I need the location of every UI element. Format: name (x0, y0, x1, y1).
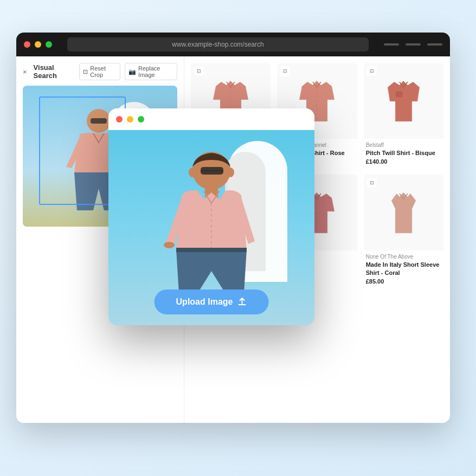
product-brand: None Of The Above (366, 254, 441, 260)
modal-maximize-light[interactable] (138, 116, 144, 123)
vs-close-button[interactable]: × (23, 68, 27, 76)
nav-bar-2 (406, 43, 421, 46)
modal-image-area: Upload Image (108, 130, 314, 325)
product-image-wrap: ⊡ (364, 175, 443, 250)
modal-close-light[interactable] (116, 116, 123, 123)
address-bar[interactable]: www.example-shop.com/search (67, 37, 369, 52)
vs-toolbar: × Visual Search ⊡ Reset Crop 📷 Replace I… (23, 63, 177, 80)
product-camera-icon[interactable]: ⊡ (367, 66, 377, 76)
close-traffic-light[interactable] (24, 41, 30, 48)
nav-bar-1 (384, 43, 399, 46)
product-card-5[interactable]: ⊡ None Of The Above Made In Italy Short … (364, 175, 443, 288)
upload-icon (237, 297, 247, 307)
product-price: £85.00 (366, 278, 441, 285)
product-camera-icon[interactable]: ⊡ (367, 178, 377, 188)
replace-image-label: Replace Image (138, 65, 173, 78)
product-price: £140.00 (366, 158, 441, 165)
reset-crop-label: Reset Crop (90, 65, 117, 78)
browser-nav-buttons (384, 43, 442, 46)
modal-titlebar (108, 108, 314, 130)
modal-minimize-light[interactable] (127, 116, 133, 123)
svg-point-14 (164, 242, 175, 248)
product-info: None Of The Above Made In Italy Short Sl… (364, 250, 443, 288)
product-name: Made In Italy Short Sleeve Shirt - Coral (366, 261, 441, 276)
svg-rect-4 (396, 92, 402, 97)
replace-image-button[interactable]: 📷 Replace Image (125, 63, 177, 80)
vs-title: Visual Search (34, 63, 75, 80)
maximize-traffic-light[interactable] (46, 41, 52, 48)
product-brand: Belstaff (366, 142, 441, 148)
product-camera-icon[interactable]: ⊡ (280, 66, 290, 76)
upload-label: Upload Image (176, 297, 233, 307)
nav-bar-3 (427, 43, 442, 46)
modal-window: Upload Image (108, 108, 314, 325)
svg-rect-15 (176, 248, 247, 252)
product-image-wrap: ⊡ (364, 63, 443, 139)
product-info: Belstaff Pitch Twill Shirt - Bisque £140… (364, 139, 443, 168)
address-text: www.example-shop.com/search (73, 41, 363, 48)
product-card-2[interactable]: ⊡ Belstaff Pitch Twill Shirt - Bisque £1… (364, 63, 443, 168)
camera-icon: 📷 (128, 68, 136, 75)
crop-icon: ⊡ (83, 68, 88, 75)
minimize-traffic-light[interactable] (35, 41, 41, 48)
svg-point-11 (227, 168, 234, 177)
browser-titlebar: www.example-shop.com/search (16, 33, 450, 56)
upload-image-button[interactable]: Upload Image (155, 290, 269, 314)
svg-point-10 (189, 168, 196, 177)
product-name: Pitch Twill Shirt - Bisque (366, 149, 441, 157)
product-camera-icon[interactable]: ⊡ (194, 66, 204, 76)
reset-crop-button[interactable]: ⊡ Reset Crop (79, 63, 120, 80)
